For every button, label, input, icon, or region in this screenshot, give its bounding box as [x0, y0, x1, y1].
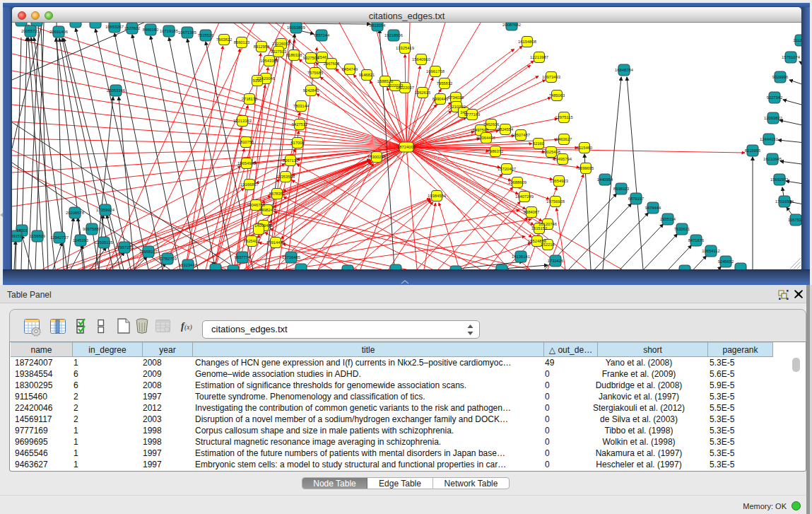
svg-text:8466160: 8466160: [143, 28, 159, 32]
svg-text:12323446: 12323446: [179, 263, 197, 267]
svg-text:10671385: 10671385: [178, 30, 196, 35]
svg-text:14136141: 14136141: [512, 255, 530, 259]
svg-text:7663822: 7663822: [216, 37, 233, 42]
svg-text:9474444: 9474444: [645, 206, 661, 210]
svg-text:1362615: 1362615: [415, 90, 431, 95]
svg-text:23226058: 23226058: [272, 42, 290, 46]
svg-text:20055721: 20055721: [21, 29, 40, 33]
svg-text:14099485: 14099485: [254, 223, 273, 228]
svg-text:18501: 18501: [16, 228, 28, 233]
svg-text:1615152: 1615152: [531, 226, 548, 230]
svg-text:13654923: 13654923: [550, 179, 568, 183]
svg-text:13353594: 13353594: [276, 175, 295, 179]
svg-text:8471676: 8471676: [688, 238, 705, 243]
svg-text:2935114: 2935114: [660, 217, 676, 221]
svg-text:39151: 39151: [12, 234, 22, 238]
svg-text:8990443: 8990443: [433, 97, 449, 101]
svg-text:20053346: 20053346: [107, 88, 125, 93]
svg-text:9329996: 9329996: [772, 75, 789, 79]
svg-text:16914479: 16914479: [266, 240, 285, 245]
svg-text:6497508: 6497508: [473, 128, 489, 132]
svg-text:6734028: 6734028: [448, 95, 464, 100]
svg-text:1440954: 1440954: [597, 177, 613, 182]
svg-text:9777169: 9777169: [464, 112, 481, 117]
svg-text:19384554: 19384554: [428, 194, 447, 198]
svg-text:12213987: 12213987: [530, 55, 548, 59]
svg-text:7803144: 7803144: [293, 104, 310, 108]
svg-text:8938923: 8938923: [613, 187, 630, 191]
svg-text:9390: 9390: [253, 78, 262, 83]
svg-text:12213363: 12213363: [233, 119, 252, 123]
svg-text:10653267: 10653267: [105, 25, 124, 29]
svg-text:17016504: 17016504: [775, 199, 794, 204]
svg-text:7955812: 7955812: [437, 81, 453, 86]
svg-text:10782759: 10782759: [158, 257, 177, 261]
svg-text:252214: 252214: [541, 243, 555, 247]
svg-text:9327504: 9327504: [303, 56, 319, 60]
svg-text:6879197: 6879197: [628, 197, 645, 201]
svg-text:10973493: 10973493: [542, 75, 560, 79]
svg-text:(x): (x): [184, 324, 192, 332]
svg-text:1112547: 1112547: [793, 38, 801, 42]
svg-text:8660123: 8660123: [234, 40, 250, 45]
svg-text:8912954: 8912954: [254, 45, 270, 49]
svg-text:18724007: 18724007: [397, 145, 416, 149]
svg-text:8813054: 8813054: [370, 23, 386, 28]
svg-text:10025438: 10025438: [542, 150, 560, 154]
svg-text:9146821: 9146821: [359, 73, 375, 77]
svg-text:9245652: 9245652: [718, 259, 734, 264]
svg-text:12942737: 12942737: [50, 235, 69, 240]
svg-text:1156829: 1156829: [30, 234, 45, 238]
svg-text:9115460: 9115460: [577, 146, 592, 150]
svg-text:16210645: 16210645: [763, 157, 782, 161]
svg-text:19166857: 19166857: [240, 182, 259, 187]
svg-text:9242845: 9242845: [303, 88, 319, 93]
svg-text:10958107: 10958107: [139, 250, 158, 254]
svg-text:13495794: 13495794: [553, 157, 572, 161]
svg-text:9427512: 9427512: [292, 122, 308, 127]
svg-text:1145193: 1145193: [73, 238, 88, 243]
svg-text:817004: 817004: [290, 141, 305, 145]
svg-text:7625402: 7625402: [244, 239, 260, 243]
svg-text:8215955: 8215955: [745, 148, 761, 153]
svg-text:2718170: 2718170: [242, 97, 258, 101]
svg-text:7632621: 7632621: [674, 227, 690, 231]
svg-text:15640910: 15640910: [412, 57, 430, 62]
svg-text:18300295: 18300295: [367, 155, 386, 159]
svg-text:18407249: 18407249: [515, 194, 534, 199]
svg-text:20206578: 20206578: [66, 211, 84, 215]
svg-text:3824554: 3824554: [498, 127, 514, 132]
svg-text:16053809: 16053809: [287, 25, 305, 30]
svg-text:2967608: 2967608: [324, 62, 340, 66]
svg-text:10543362: 10543362: [260, 59, 278, 63]
svg-text:7462606: 7462606: [483, 122, 500, 127]
svg-text:12444151: 12444151: [760, 137, 778, 141]
svg-text:1733426: 1733426: [548, 259, 564, 263]
svg-text:90975887: 90975887: [83, 227, 101, 231]
svg-text:17957253: 17957253: [115, 245, 134, 250]
svg-text:16848784: 16848784: [615, 68, 634, 72]
svg-text:16210722: 16210722: [447, 105, 466, 109]
svg-text:13716485: 13716485: [282, 255, 300, 259]
svg-text:8454749: 8454749: [342, 67, 358, 71]
svg-text:10507487: 10507487: [512, 133, 530, 137]
svg-text:7986372: 7986372: [488, 149, 504, 153]
svg-text:10046788: 10046788: [247, 203, 265, 207]
svg-text:15692971: 15692971: [770, 177, 789, 182]
svg-text:16961758: 16961758: [426, 69, 445, 74]
svg-text:7857244: 7857244: [314, 33, 330, 37]
svg-text:1527602: 1527602: [124, 26, 141, 30]
svg-text:12975115: 12975115: [555, 115, 572, 119]
svg-text:10688609: 10688609: [508, 180, 526, 185]
svg-text:19756928: 19756928: [546, 199, 565, 204]
svg-text:9463627: 9463627: [556, 137, 572, 141]
svg-text:17359924: 17359924: [96, 208, 115, 212]
svg-text:62160: 62160: [533, 141, 544, 146]
svg-text:8267130: 8267130: [283, 158, 299, 163]
svg-text:20087682: 20087682: [502, 23, 521, 27]
svg-text:1167533: 1167533: [788, 218, 801, 222]
svg-text:9699695: 9699695: [578, 166, 594, 170]
svg-text:12505135: 12505135: [95, 240, 113, 245]
svg-text:1322013: 1322013: [387, 83, 404, 88]
svg-text:19654985: 19654985: [237, 161, 256, 165]
